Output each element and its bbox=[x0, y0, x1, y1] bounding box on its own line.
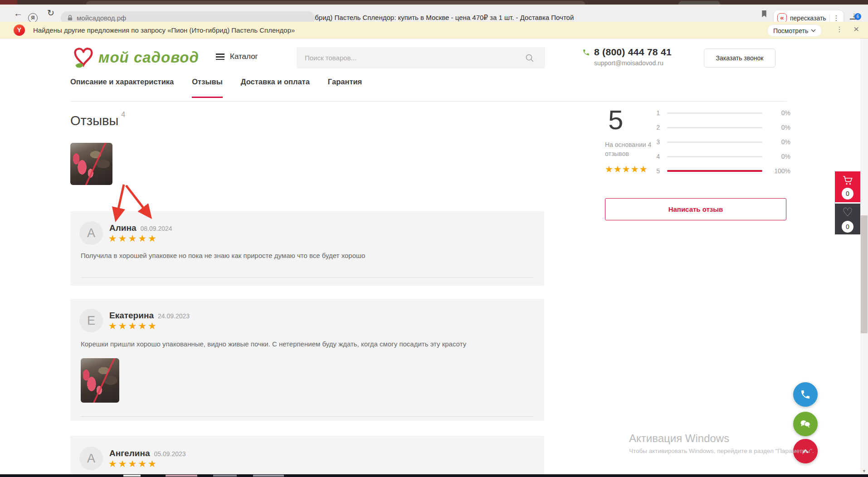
tabs-divider bbox=[70, 101, 787, 102]
site-logo[interactable]: мой садовод bbox=[70, 44, 199, 71]
pill-divider bbox=[829, 14, 830, 22]
distribution-row: 3 0% bbox=[654, 138, 790, 146]
yandex-browser-icon[interactable]: Я bbox=[28, 13, 38, 23]
taskbar-item bbox=[123, 475, 141, 477]
watermark-subtitle: Чтобы активировать Windows, перейдите в … bbox=[629, 448, 842, 454]
review-text: Корешки пришли хорошо упакованные, видно… bbox=[81, 340, 534, 348]
distribution-level: 5 bbox=[654, 167, 660, 175]
browser-tab-accent bbox=[0, 0, 17, 5]
scrollbar-thumb[interactable] bbox=[861, 215, 868, 333]
heart-icon: ♡ bbox=[842, 206, 853, 219]
lock-icon bbox=[67, 15, 73, 21]
browser-secondary-tab[interactable] bbox=[678, 1, 720, 5]
distribution-level: 3 bbox=[654, 138, 660, 146]
search-input[interactable] bbox=[297, 47, 545, 68]
download-badge: 6 bbox=[854, 13, 861, 20]
avatar: А bbox=[79, 447, 103, 470]
browser-window: Пион (Ито-гибрид) Пастель Сплендор: купи… bbox=[0, 0, 868, 477]
catalog-menu-button[interactable]: Каталог bbox=[216, 52, 258, 62]
browser-active-tab[interactable] bbox=[86, 1, 585, 5]
search-icon[interactable] bbox=[525, 54, 534, 64]
support-email[interactable]: support@moisadovod.ru bbox=[582, 59, 672, 67]
review-stars: ★★★★★ bbox=[108, 233, 158, 244]
review-date: 08.09.2024 bbox=[141, 225, 172, 232]
watermark-title: Активация Windows bbox=[629, 432, 842, 445]
download-icon[interactable]: ↓ 6 bbox=[850, 11, 858, 19]
distribution-level: 4 bbox=[654, 153, 660, 160]
retell-quote-icon: « bbox=[777, 13, 787, 23]
logo-text: мой садовод bbox=[98, 49, 199, 66]
bookmark-icon[interactable] bbox=[761, 10, 767, 19]
pill-menu-icon[interactable]: ⋮ bbox=[833, 14, 840, 22]
tab-warranty[interactable]: Гарантия bbox=[328, 78, 362, 98]
distribution-bar bbox=[667, 170, 762, 172]
average-rating: 5 bbox=[608, 104, 623, 136]
write-review-button[interactable]: Написать отзыв bbox=[605, 198, 786, 220]
distribution-percent: 100% bbox=[770, 167, 790, 175]
view-offers-button[interactable]: Посмотреть bbox=[767, 24, 822, 37]
cart-widget[interactable]: 0 bbox=[835, 171, 860, 202]
distribution-bar bbox=[667, 127, 762, 128]
phone-number[interactable]: 8 (800) 444 78 41 bbox=[594, 47, 672, 58]
taskbar-edge bbox=[0, 474, 868, 477]
reviewer-name: Алина bbox=[109, 223, 137, 233]
distribution-row: 4 0% bbox=[654, 152, 790, 161]
phone-icon bbox=[582, 49, 590, 56]
notification-menu-icon[interactable]: ⋮ bbox=[836, 25, 843, 34]
favorites-widget[interactable]: ♡ 0 bbox=[835, 204, 860, 234]
view-offers-label: Посмотреть bbox=[773, 27, 808, 34]
review-header: Екатерина24.09.2023 bbox=[109, 311, 190, 321]
tab-reviews[interactable]: Отзывы bbox=[192, 78, 222, 98]
card-divider bbox=[81, 416, 534, 417]
rating-distribution: 1 0% 2 0% 3 0% 4 0% 5 100% bbox=[654, 109, 790, 175]
product-tabs: Описание и характеристика Отзывы Доставк… bbox=[70, 78, 362, 98]
url-text: мойсадовод.рф bbox=[77, 14, 126, 22]
back-icon[interactable]: ← bbox=[14, 5, 23, 22]
callback-button[interactable]: Заказать звонок bbox=[704, 49, 775, 68]
scrollbar-track[interactable]: ▼ bbox=[860, 39, 868, 474]
review-header: Ангелина05.09.2023 bbox=[109, 448, 186, 458]
tab-description[interactable]: Описание и характеристика bbox=[70, 78, 174, 98]
review-date: 05.09.2023 bbox=[154, 450, 185, 458]
chat-bubbles-icon bbox=[800, 419, 811, 429]
review-card: А Ангелина05.09.2023 ★★★★★ bbox=[70, 436, 544, 477]
chevron-down-icon bbox=[811, 29, 816, 32]
tab-delivery[interactable]: Доставка и оплата bbox=[241, 78, 310, 98]
review-date: 24.09.2023 bbox=[158, 312, 190, 320]
reviewer-name: Ангелина bbox=[109, 448, 150, 458]
favorites-count-badge: 0 bbox=[842, 221, 853, 233]
review-header: Алина08.09.2024 bbox=[109, 223, 172, 233]
review-card: Е Екатерина24.09.2023 ★★★★★ Корешки приш… bbox=[70, 299, 544, 421]
windows-activation-watermark: Активация Windows Чтобы активировать Win… bbox=[629, 432, 842, 454]
distribution-bar bbox=[667, 156, 762, 157]
reviews-title: Отзывы bbox=[70, 113, 118, 128]
contact-block: 8 (800) 444 78 41 support@moisadovod.ru bbox=[582, 47, 672, 67]
catalog-label: Каталог bbox=[230, 52, 258, 61]
distribution-percent: 0% bbox=[770, 153, 790, 160]
reload-icon[interactable]: ↻ bbox=[47, 5, 54, 22]
reviewer-name: Екатерина bbox=[109, 311, 154, 320]
review-stars: ★★★★★ bbox=[108, 321, 158, 331]
distribution-level: 2 bbox=[654, 124, 660, 131]
review-text: Получила в хорошей упаковке но пока не з… bbox=[81, 252, 534, 259]
reviews-heading: Отзывы4 bbox=[70, 111, 125, 128]
taskbar-item bbox=[253, 475, 284, 477]
yandex-logo-icon: Y bbox=[14, 24, 25, 36]
notification-close-icon[interactable]: × bbox=[853, 24, 859, 34]
distribution-level: 1 bbox=[654, 109, 660, 117]
rating-basis: На основании 4 отзывов bbox=[605, 140, 659, 158]
notification-text: Найдены другие предложения по запросу «П… bbox=[33, 26, 295, 34]
rating-basis-line2: отзывов bbox=[605, 149, 659, 158]
call-fab-button[interactable] bbox=[793, 382, 818, 407]
scrollbar-down-arrow[interactable]: ▼ bbox=[862, 469, 866, 473]
review-gallery-photo[interactable] bbox=[70, 143, 112, 185]
distribution-row: 1 0% bbox=[654, 109, 790, 117]
distribution-percent: 0% bbox=[770, 124, 790, 131]
card-divider bbox=[81, 277, 534, 278]
browser-toolbar: Пион (Ито-гибрид) Пастель Сплендор: купи… bbox=[0, 5, 868, 22]
taskbar-item bbox=[166, 475, 197, 477]
logo-heart-leaf-icon bbox=[70, 44, 97, 71]
hamburger-icon bbox=[216, 52, 224, 62]
review-photo[interactable] bbox=[81, 358, 119, 403]
avatar: Е bbox=[79, 309, 103, 332]
